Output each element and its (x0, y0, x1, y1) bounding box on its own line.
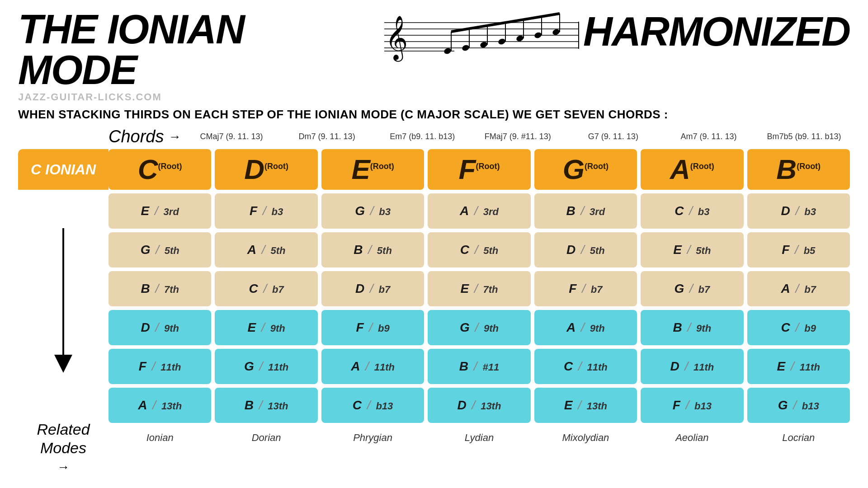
cyan-cell-0-0: D / 9th (108, 310, 211, 345)
cyan-cell-6-0: C / b9 (747, 310, 850, 345)
cyan-cell-1-2: B / 13th (215, 388, 317, 423)
chord-label-6: Bm7b5 (b9. 11. b13) (758, 132, 850, 141)
header-left: THE IONIAN MODE JAZZ-GUITAR-LICKS.COM (18, 9, 357, 103)
arrow-right-icon: → (169, 130, 181, 144)
cyan-cell-4-0: A / 9th (534, 310, 637, 345)
svg-point-15 (515, 35, 524, 42)
beige-cell-0-0: E / 3rd (108, 193, 211, 229)
beige-cell-6-2: A / b7 (747, 271, 850, 306)
cyan-cell-2-2: C / b13 (321, 388, 424, 423)
cyan-cell-5-0: B / 9th (641, 310, 743, 345)
cyan-cell-0-2: A / 13th (108, 388, 211, 423)
cyan-cell-3-1: B / #11 (428, 349, 530, 384)
chord-label-3: FMaj7 (9. #11. 13) (472, 132, 564, 141)
beige-cell-1-2: C / b7 (215, 271, 317, 306)
beige-cell-5-2: G / b7 (641, 271, 743, 306)
root-cell-3: F(Root) (428, 149, 530, 190)
svg-point-17 (533, 32, 542, 39)
chord-label-4: G7 (9. 11. 13) (567, 132, 659, 141)
arrow-down-area (18, 190, 108, 420)
header: THE IONIAN MODE JAZZ-GUITAR-LICKS.COM 𝄞 (18, 9, 850, 103)
beige-cell-6-0: D / b3 (747, 193, 850, 229)
cyan-cell-6-2: G / b13 (747, 388, 850, 423)
beige-cell-3-0: A / 3rd (428, 193, 530, 229)
grid-col-1: D(Root)F / b3A / 5thC / b7E / 9thG / 11t… (215, 149, 317, 479)
mode-cell-3: Lydian (428, 427, 530, 449)
root-letter-4: G(Root) (563, 155, 609, 183)
cyan-cell-5-1: D / 11th (641, 349, 743, 384)
mode-cell-4: Mixolydian (534, 427, 637, 449)
root-cell-5: A(Root) (641, 149, 743, 190)
root-cell-1: D(Root) (215, 149, 317, 190)
harmonized-title: HARMONIZED (583, 9, 850, 52)
root-letter-0: C(Root) (138, 155, 182, 183)
root-letter-6: B(Root) (776, 155, 821, 183)
beige-cell-4-1: D / 5th (534, 232, 637, 267)
chord-labels-cells: CMaj7 (9. 11. 13)Dm7 (9. 11. 13)Em7 (b9.… (186, 132, 850, 141)
beige-cell-6-1: F / b5 (747, 232, 850, 267)
cyan-cell-1-1: G / 11th (215, 349, 317, 384)
cyan-cell-2-0: F / b9 (321, 310, 424, 345)
svg-point-19 (552, 28, 560, 36)
description-text: WHEN STACKING THIRDS ON EACH STEP OF THE… (18, 108, 850, 122)
mode-cell-1: Dorian (215, 427, 317, 449)
chord-label-intro: Chords → (108, 127, 181, 146)
beige-cell-3-2: E / 7th (428, 271, 530, 306)
svg-point-9 (461, 44, 470, 52)
beige-cell-4-2: F / b7 (534, 271, 637, 306)
chord-label-2: Em7 (b9. 11. b13) (377, 132, 468, 141)
svg-point-11 (479, 41, 488, 49)
root-cell-0: C(Root) (108, 149, 211, 190)
root-cell-4: G(Root) (534, 149, 637, 190)
grid-columns: C(Root)E / 3rdG / 5thB / 7thD / 9thF / 1… (108, 149, 850, 479)
grid-col-0: C(Root)E / 3rdG / 5thB / 7thD / 9thF / 1… (108, 149, 211, 479)
cyan-cell-0-1: F / 11th (108, 349, 211, 384)
cyan-cell-4-2: E / 13th (534, 388, 637, 423)
grid-col-5: A(Root)C / b3E / 5thG / b7B / 9thD / 11t… (641, 149, 743, 479)
beige-cell-4-0: B / 3rd (534, 193, 637, 229)
chords-label: Chords (108, 127, 164, 146)
mode-cell-5: Aeolian (641, 427, 743, 449)
mode-cell-2: Phrygian (321, 427, 424, 449)
chord-label-1: Dm7 (9. 11. 13) (281, 132, 373, 141)
beige-cell-5-0: C / b3 (641, 193, 743, 229)
main-grid-wrapper: C IONIAN RelatedModes → C(Root)E / 3rdG … (18, 149, 850, 479)
root-letter-1: D(Root) (244, 155, 288, 183)
root-letter-3: F(Root) (459, 155, 500, 183)
grid-col-3: F(Root)A / 3rdC / 5thE / 7thG / 9thB / #… (428, 149, 530, 479)
beige-cell-0-1: G / 5th (108, 232, 211, 267)
beige-cell-2-1: B / 5th (321, 232, 424, 267)
cyan-cell-3-0: G / 9th (428, 310, 530, 345)
beige-cell-1-0: F / b3 (215, 193, 317, 229)
root-cell-6: B(Root) (747, 149, 850, 190)
related-modes-area: RelatedModes → (18, 420, 108, 479)
beige-cell-2-2: D / b7 (321, 271, 424, 306)
beige-cell-5-1: E / 5th (641, 232, 743, 267)
chord-labels-row: Chords → CMaj7 (9. 11. 13)Dm7 (9. 11. 13… (18, 127, 850, 146)
cyan-cell-6-1: E / 11th (747, 349, 850, 384)
beige-cell-1-1: A / 5th (215, 232, 317, 267)
grid-col-4: G(Root)B / 3rdD / 5thF / b7A / 9thC / 11… (534, 149, 637, 479)
left-labels: C IONIAN RelatedModes → (18, 149, 108, 479)
grid-col-6: B(Root)D / b3F / b5A / b7C / b9E / 11thG… (747, 149, 850, 479)
beige-cell-3-1: C / 5th (428, 232, 530, 267)
svg-point-13 (497, 38, 506, 46)
grid-col-2: E(Root)G / b3B / 5thD / b7F / b9A / 11th… (321, 149, 424, 479)
chord-label-5: Am7 (9. 11. 13) (663, 132, 755, 141)
beige-cell-2-0: G / b3 (321, 193, 424, 229)
cyan-cell-2-1: A / 11th (321, 349, 424, 384)
cyan-cell-1-0: E / 9th (215, 310, 317, 345)
beige-cell-0-2: B / 7th (108, 271, 211, 306)
root-cell-2: E(Root) (321, 149, 424, 190)
svg-text:𝄞: 𝄞 (385, 16, 408, 62)
cyan-cell-4-1: C / 11th (534, 349, 637, 384)
site-subtitle: JAZZ-GUITAR-LICKS.COM (18, 91, 357, 103)
root-letter-2: E(Root) (351, 155, 394, 183)
related-modes-arrow-icon: → (57, 460, 70, 474)
mode-cell-6: Locrian (747, 427, 850, 449)
related-modes-label: RelatedModes (37, 420, 90, 457)
cyan-cell-5-2: F / b13 (641, 388, 743, 423)
c-ionian-label: C IONIAN (18, 149, 108, 190)
svg-marker-24 (54, 355, 72, 373)
mode-cell-0: Ionian (108, 427, 211, 449)
